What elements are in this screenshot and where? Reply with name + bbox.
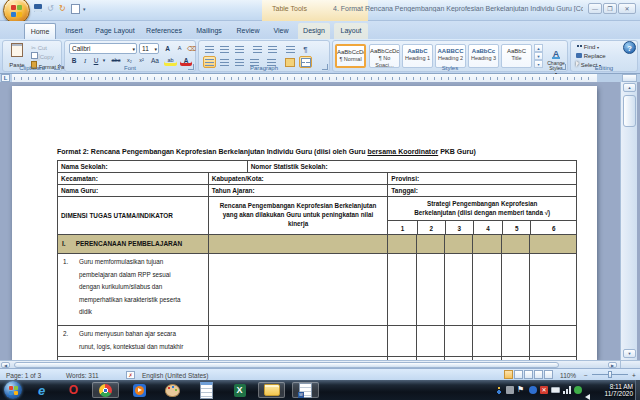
grow-font-button[interactable]: A (162, 43, 173, 54)
undo-icon[interactable]: ↺ (47, 4, 54, 14)
item2-strategy-cell[interactable] (473, 326, 502, 357)
font-size-combo[interactable]: 11▾ (139, 43, 159, 54)
header-strategi[interactable]: Strategi Pengembangan Keprofesian Berkel… (388, 197, 577, 235)
cut-button[interactable]: ✂ Cut (31, 44, 47, 52)
strategy-col-4[interactable]: 4 (474, 221, 503, 235)
word-count[interactable]: Words: 311 (66, 371, 99, 380)
volume-icon[interactable] (585, 386, 593, 394)
taskbar-paint-icon[interactable] (159, 382, 186, 398)
bullets-icon[interactable] (203, 43, 216, 55)
cell-kabupaten[interactable]: Kabupaten/Kota: (209, 173, 389, 185)
paste-button[interactable]: Paste (5, 43, 29, 67)
item2-strategy-cell[interactable] (502, 326, 530, 357)
item1-text-cell[interactable]: 1. Guru memformulasikan tujuan pembelaja… (58, 254, 209, 326)
vscroll-thumb[interactable] (623, 95, 636, 127)
tab-page-layout[interactable]: Page Layout (92, 23, 138, 39)
styles-scroll-up-icon[interactable]: ▲ (534, 44, 543, 52)
strategy-col-1[interactable]: 1 (388, 221, 417, 235)
item2-strategy-cell[interactable] (445, 326, 473, 357)
font-dialog-launcher[interactable] (188, 64, 194, 70)
paragraph-dialog-launcher[interactable] (322, 64, 328, 70)
section-cell[interactable] (502, 235, 530, 254)
zoom-slider-thumb[interactable] (608, 371, 612, 378)
tab-home[interactable]: Home (24, 23, 56, 39)
item1-strategy-cell[interactable] (502, 254, 530, 326)
sort-icon[interactable] (284, 43, 297, 55)
strategy-col-3[interactable]: 3 (446, 221, 474, 235)
print-layout-view-button[interactable] (504, 370, 513, 379)
cell-nomor-statistik[interactable]: Nomor Statistik Sekolah: (248, 161, 577, 173)
strategy-col-6[interactable]: 6 (531, 221, 576, 235)
taskbar-notepad-icon[interactable] (193, 382, 220, 398)
tray-bluetooth-icon[interactable] (529, 386, 537, 394)
view-ruler-toggle[interactable] (622, 74, 637, 82)
font-name-combo[interactable]: Calibri▾ (69, 43, 137, 54)
section-cell[interactable] (417, 235, 445, 254)
tab-references[interactable]: References (142, 23, 186, 39)
battery-icon[interactable] (551, 387, 560, 393)
item2-strategy-cell[interactable] (417, 326, 445, 357)
section-title-cell[interactable]: I.PERENCANAAN PEMBELAJARAN (58, 235, 209, 254)
change-styles-button[interactable]: A Change Styles ▾ (545, 43, 567, 76)
language-indicator[interactable]: English (United States) (142, 371, 208, 380)
show-desktop-button[interactable] (635, 380, 640, 400)
item1-strategy-cell[interactable] (445, 254, 473, 326)
redo-icon[interactable]: ↻ (59, 4, 66, 14)
section-cell[interactable] (473, 235, 502, 254)
cell-tanggal[interactable]: Tanggal: (388, 185, 577, 197)
print-preview-icon[interactable] (71, 4, 80, 14)
cell-nama-guru[interactable]: Nama Guru: (58, 185, 209, 197)
increase-indent-icon[interactable] (266, 43, 279, 55)
spellcheck-icon[interactable]: ✗ (126, 371, 135, 379)
qat-customize-icon[interactable]: ▾ (83, 4, 86, 14)
numbering-icon[interactable] (218, 43, 231, 55)
styles-scroll-down-icon[interactable]: ▼ (534, 52, 543, 60)
strategy-col-2[interactable]: 2 (418, 221, 446, 235)
zoom-out-icon[interactable]: − (584, 371, 588, 380)
taskbar-chrome-icon[interactable] (92, 382, 119, 398)
tray-update-icon[interactable] (574, 386, 582, 394)
taskbar-media-player-icon[interactable] (126, 382, 153, 398)
network-signal-icon[interactable] (563, 386, 571, 394)
minimize-button[interactable]: — (588, 3, 602, 14)
shrink-font-button[interactable]: A (174, 43, 185, 54)
scroll-down-icon[interactable]: ▼ (623, 349, 636, 358)
strategy-col-5[interactable]: 5 (503, 221, 531, 235)
replace-button[interactable]: Replace (576, 52, 606, 60)
find-button[interactable]: Find ▾ (576, 43, 599, 52)
cell-provinsi[interactable]: Provinsi: (388, 173, 577, 185)
zoom-level[interactable]: 110% (560, 371, 576, 380)
item1-strategy-cell[interactable] (473, 254, 502, 326)
tab-insert[interactable]: Insert (60, 23, 88, 39)
scroll-up-icon[interactable]: ▲ (623, 83, 636, 92)
page-indicator[interactable]: Page: 1 of 3 (6, 371, 41, 380)
cell-nama-sekolah[interactable]: Nama Sekolah: (58, 161, 248, 173)
restore-button[interactable]: ❐ (603, 3, 617, 14)
header-rencana[interactable]: Rencana Pengembangan Keprofesian Berkela… (209, 197, 389, 235)
item2-plan-cell[interactable] (209, 326, 389, 357)
decrease-indent-icon[interactable] (251, 43, 264, 55)
cell-kecamatan[interactable]: Kecamatan: (58, 173, 209, 185)
section-cell[interactable] (209, 235, 389, 254)
save-icon[interactable] (34, 4, 42, 12)
item2-strategy-cell[interactable] (530, 326, 577, 357)
cell-tahun-ajaran[interactable]: Tahun Ajaran: (209, 185, 389, 197)
item2-text-cell[interactable]: 2. Guru menyusun bahan ajar secara runut… (58, 326, 209, 357)
taskbar-word-doc-icon[interactable]: W (292, 382, 319, 398)
outline-view-button[interactable] (534, 370, 543, 379)
item1-strategy-cell[interactable] (388, 254, 417, 326)
taskbar-ie-icon[interactable]: e (28, 382, 55, 398)
taskbar-explorer-icon[interactable] (258, 382, 285, 398)
web-layout-view-button[interactable] (524, 370, 533, 379)
clipboard-dialog-launcher[interactable] (54, 64, 60, 70)
draft-view-button[interactable] (544, 370, 553, 379)
taskbar-excel-icon[interactable]: X (226, 382, 253, 398)
fullscreen-view-button[interactable] (514, 370, 523, 379)
close-button[interactable]: ✕ (618, 3, 636, 14)
section-cell[interactable] (530, 235, 577, 254)
taskbar-opera-icon[interactable]: O (60, 382, 87, 398)
tray-error-icon[interactable]: ✕ (540, 386, 548, 394)
tab-design[interactable]: Design (298, 23, 330, 39)
document-page[interactable]: Format 2: Rencana Pengembangan Keprofesi… (12, 86, 597, 360)
show-paragraph-marks-icon[interactable]: ¶ (299, 43, 312, 55)
